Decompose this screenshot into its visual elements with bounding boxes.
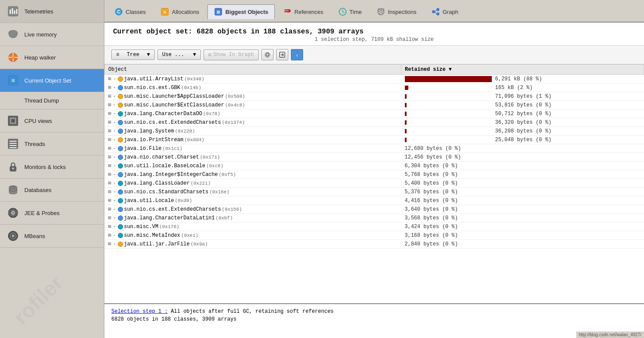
time-icon	[338, 7, 347, 16]
table-row[interactable]: ⊞ - java.io.PrintStream (0xdd4) 25,048 b…	[105, 136, 644, 144]
expand-icon[interactable]: ⊞	[108, 215, 111, 221]
objects-table-area: Object Retained size ▼ ⊞ - java.util.Arr…	[104, 64, 644, 303]
table-row[interactable]: ⊞ - java.lang.Integer$IntegerCache (0xf5…	[105, 170, 644, 179]
column-retained-size[interactable]: Retained size ▼	[401, 65, 644, 75]
expand-dash: -	[113, 137, 116, 143]
dot-indicator	[118, 103, 123, 108]
biggest-objects-icon: ⊞	[214, 7, 223, 16]
tab-inspections[interactable]: Inspections	[370, 4, 423, 19]
tab-allocations[interactable]: A Allocations	[154, 4, 206, 19]
sidebar-item-mbeans[interactable]: MBeans	[0, 225, 104, 248]
table-row[interactable]: ⊞ - java.util.ArrayList (0x348) 6,291 kB…	[105, 75, 644, 83]
tab-inspections-label: Inspections	[388, 9, 417, 15]
table-row[interactable]: ⊞ - sun.nio.cs.StandardCharsets (0x16e) …	[105, 188, 644, 196]
object-name: java.lang.ClassLoader	[124, 180, 190, 186]
expand-icon[interactable]: ⊞	[108, 162, 111, 169]
object-address: (0x14b)	[181, 85, 201, 90]
tab-biggest-objects[interactable]: ⊞ Biggest Objects	[207, 4, 275, 19]
object-address: (0xe1)	[181, 233, 199, 238]
expand-icon[interactable]: ⊞	[108, 136, 111, 143]
table-row[interactable]: ⊞ - sun.misc.MetaIndex (0xe1) 3,168 byte…	[105, 231, 644, 240]
table-row[interactable]: ⊞ - java.nio.charset.Charset (0x171) 12,…	[105, 153, 644, 162]
expand-icon[interactable]: ⊞	[108, 171, 111, 178]
retained-size-text: 36,320 bytes (0 %)	[495, 119, 552, 126]
expand-icon[interactable]: ⊞	[108, 128, 111, 134]
dot-indicator	[118, 137, 123, 142]
expand-icon[interactable]: ⊞	[108, 84, 111, 91]
object-address: (0x508)	[225, 94, 245, 99]
expand-icon[interactable]: ⊞	[108, 232, 111, 239]
table-row[interactable]: ⊞ - sun.util.locale.BaseLocale (0xc6) 6,…	[105, 162, 644, 170]
table-row[interactable]: ⊞ - sun.misc.Launcher$ExtClassLoader (0x…	[105, 101, 644, 109]
dot-indicator	[118, 172, 123, 177]
expand-icon[interactable]: ⊞	[108, 154, 111, 160]
table-row[interactable]: ⊞ - sun.nio.cs.ext.ExtendedCharsets (0x1…	[105, 205, 644, 214]
info-button[interactable]: i	[291, 49, 303, 60]
tab-time[interactable]: Time	[332, 4, 368, 19]
expand-icon[interactable]: ⊞	[108, 241, 111, 247]
table-row[interactable]: ⊞ - java.lang.CharacterDataOO (0x70) 50,…	[105, 109, 644, 118]
status-bar: http://blog.csdn.net/walan_4927/	[576, 331, 644, 338]
dot-indicator	[118, 129, 123, 134]
table-row[interactable]: ⊞ - sun.misc.Launcher$AppClassLoader (0x…	[105, 92, 644, 101]
table-row[interactable]: ⊞ - java.util.Locale (0xd9) 4,416 bytes …	[105, 196, 644, 205]
settings-button[interactable]	[261, 49, 274, 60]
sidebar-item-monitors-locks[interactable]: Monitors & locks	[0, 156, 104, 179]
table-row[interactable]: ⊞ - java.lang.ClassLoader (0x221) 5,400 …	[105, 179, 644, 188]
expand-icon[interactable]: ⊞	[108, 119, 111, 126]
expand-icon[interactable]: ⊞	[108, 197, 111, 204]
table-row[interactable]: ⊞ - sun.nio.cs.ext.GBK (0x14b) 165 kB (2…	[105, 83, 644, 92]
expand-icon[interactable]: ⊞	[108, 145, 111, 152]
expand-icon[interactable]: ⊞	[108, 93, 111, 99]
sidebar-item-current-object-set[interactable]: ≡ Current Object Set	[0, 69, 104, 92]
show-in-graph-icon: ⊞	[208, 52, 211, 58]
table-row[interactable]: ⊞ - sun.misc.VM (0x176) 3,424 bytes (0 %…	[105, 222, 644, 231]
sidebar-item-thread-dump-label: Thread Dump	[7, 97, 59, 104]
dot-indicator	[118, 233, 123, 238]
sidebar-item-heap-walker[interactable]: Heap walker	[0, 46, 104, 69]
object-address: (0xdd4)	[184, 137, 204, 142]
sidebar-item-thread-dump[interactable]: Thread Dump	[0, 92, 104, 109]
table-row[interactable]: ⊞ - sun.nio.cs.ext.ExtendedCharsets (0x1…	[105, 118, 644, 127]
table-row[interactable]: ⊞ - java.io.File (0x1c1) 12,680 bytes (0…	[105, 144, 644, 153]
sidebar-item-threads[interactable]: Threads	[0, 133, 104, 156]
object-address: (0x4c8)	[225, 103, 245, 108]
expand-icon[interactable]: ⊞	[108, 102, 111, 108]
selection-step-link[interactable]: Selection step 1 :	[111, 308, 168, 315]
sidebar-item-monitors-locks-label: Monitors & locks	[24, 164, 66, 170]
object-set-subtitle: 1 selection step, 7109 kB shallow size	[113, 36, 635, 43]
table-row[interactable]: ⊞ - java.lang.System (0x220) 36,208 byte…	[105, 127, 644, 136]
svg-rect-3	[14, 10, 15, 14]
expand-icon[interactable]: ⊞	[108, 223, 111, 230]
tab-references[interactable]: References	[277, 4, 330, 19]
expand-icon[interactable]: ⊞	[108, 206, 111, 212]
table-row[interactable]: ⊞ - java.lang.CharacterDataLatin1 (0xbf)…	[105, 214, 644, 222]
sidebar-item-jee-probes[interactable]: JEE & Probes	[0, 202, 104, 225]
tab-graph[interactable]: Graph	[425, 4, 465, 19]
retained-size-text: 5,400 bytes (0 %)	[405, 180, 458, 186]
databases-icon	[7, 184, 19, 196]
export-button[interactable]	[276, 49, 288, 60]
sidebar-item-telemetries[interactable]: Telemetries	[0, 0, 104, 23]
show-in-graph-button[interactable]: ⊞ Show In Graph	[204, 50, 259, 60]
retained-size-text: 25,048 bytes (0 %)	[495, 137, 552, 143]
sidebar-item-databases[interactable]: Databases	[0, 179, 104, 202]
sidebar-item-live-memory[interactable]: Live memory	[0, 23, 104, 46]
svg-line-54	[435, 10, 437, 12]
tab-allocations-label: Allocations	[172, 9, 199, 15]
object-name: java.io.PrintStream	[124, 137, 184, 143]
sidebar-item-cpu-views[interactable]: CPU views	[0, 109, 104, 133]
expand-icon[interactable]: ⊞	[108, 110, 111, 117]
expand-icon[interactable]: ⊞	[108, 189, 111, 195]
sidebar-item-live-memory-label: Live memory	[24, 31, 57, 38]
tree-dropdown[interactable]: ≡ Tree ▼	[111, 50, 155, 60]
expand-icon[interactable]: ⊞	[108, 180, 111, 186]
sidebar-item-telemetries-label: Telemetries	[24, 8, 53, 15]
table-row[interactable]: ⊞ - java.util.jar.JarFile (0x9a) 2,840 b…	[105, 240, 644, 249]
expand-icon[interactable]: ⊞	[108, 76, 111, 82]
use-dropdown[interactable]: Use ... ▼	[157, 50, 201, 60]
retained-size-text: 3,640 bytes (0 %)	[405, 206, 458, 212]
tab-classes[interactable]: C Classes	[108, 4, 152, 19]
object-name: java.nio.charset.Charset	[124, 154, 199, 160]
object-name: sun.util.locale.BaseLocale	[124, 163, 205, 169]
